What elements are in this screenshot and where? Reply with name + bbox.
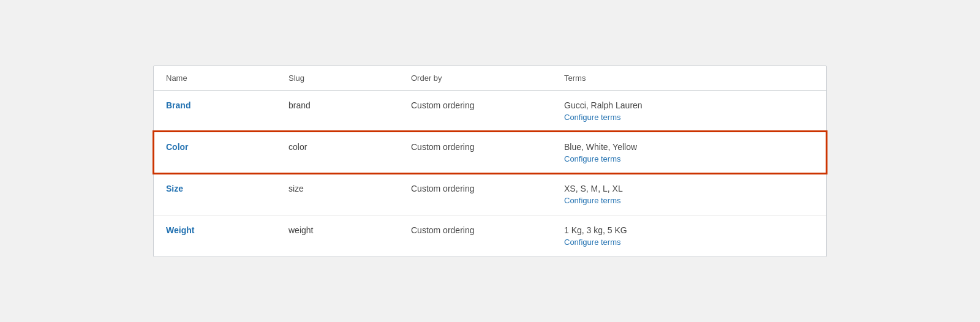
- table-header-row: Name Slug Order by Terms: [154, 66, 826, 91]
- attribute-slug-color: color: [276, 132, 399, 173]
- configure-terms-link-brand[interactable]: Configure terms: [564, 113, 814, 122]
- attribute-orderby-brand: Custom ordering: [399, 90, 552, 132]
- attributes-table-container: Name Slug Order by Terms BrandbrandCusto…: [153, 66, 827, 257]
- terms-list-brand: Gucci, Ralph Lauren: [564, 100, 643, 110]
- attribute-terms-size: XS, S, M, L, XLConfigure terms: [552, 173, 826, 215]
- attribute-orderby-weight: Custom ordering: [399, 215, 552, 256]
- terms-list-size: XS, S, M, L, XL: [564, 184, 623, 193]
- column-header-terms: Terms: [552, 66, 826, 91]
- terms-list-color: Blue, White, Yellow: [564, 142, 637, 152]
- attribute-slug-size: size: [276, 173, 399, 215]
- configure-terms-link-size[interactable]: Configure terms: [564, 196, 814, 205]
- attribute-terms-weight: 1 Kg, 3 kg, 5 KGConfigure terms: [552, 215, 826, 256]
- terms-list-weight: 1 Kg, 3 kg, 5 KG: [564, 225, 627, 235]
- attribute-name-link-weight[interactable]: Weight: [166, 225, 194, 235]
- attribute-name-link-brand[interactable]: Brand: [166, 100, 190, 110]
- attribute-name-link-color[interactable]: Color: [166, 142, 189, 152]
- attribute-slug-weight: weight: [276, 215, 399, 256]
- column-header-slug: Slug: [276, 66, 399, 91]
- attribute-orderby-size: Custom ordering: [399, 173, 552, 215]
- attributes-table: Name Slug Order by Terms BrandbrandCusto…: [154, 66, 826, 256]
- table-row-color: ColorcolorCustom orderingBlue, White, Ye…: [154, 132, 826, 173]
- attribute-terms-brand: Gucci, Ralph LaurenConfigure terms: [552, 90, 826, 132]
- attribute-slug-brand: brand: [276, 90, 399, 132]
- attribute-orderby-color: Custom ordering: [399, 132, 552, 173]
- configure-terms-link-color[interactable]: Configure terms: [564, 154, 814, 163]
- column-header-orderby: Order by: [399, 66, 552, 91]
- column-header-name: Name: [154, 66, 276, 91]
- table-row-size: SizesizeCustom orderingXS, S, M, L, XLCo…: [154, 173, 826, 215]
- configure-terms-link-weight[interactable]: Configure terms: [564, 238, 814, 247]
- table-row-brand: BrandbrandCustom orderingGucci, Ralph La…: [154, 90, 826, 132]
- table-row-weight: WeightweightCustom ordering1 Kg, 3 kg, 5…: [154, 215, 826, 256]
- attribute-terms-color: Blue, White, YellowConfigure terms: [552, 132, 826, 173]
- attribute-name-link-size[interactable]: Size: [166, 184, 183, 193]
